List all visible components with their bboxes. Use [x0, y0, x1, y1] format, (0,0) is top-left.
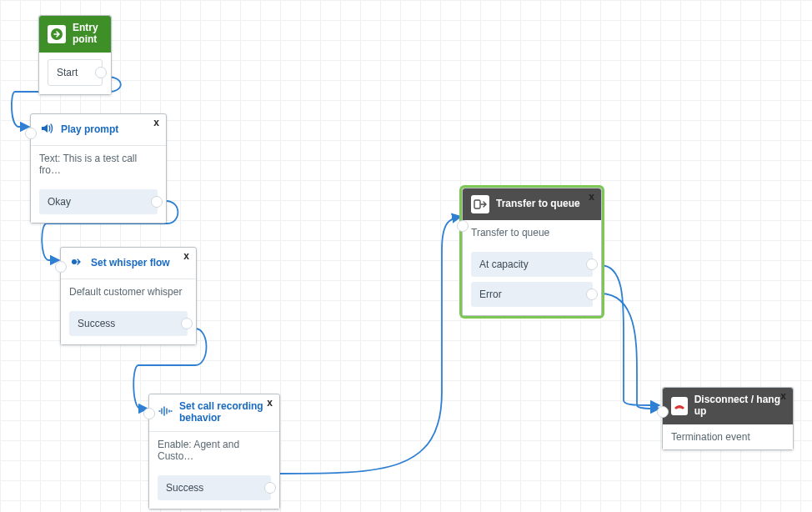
node-title: Entry point — [73, 23, 98, 46]
svg-rect-2 — [474, 200, 480, 208]
close-icon[interactable]: x — [267, 398, 273, 408]
arrow-right-circle-icon — [48, 25, 66, 43]
node-set-whisper-flow[interactable]: x Set whisper flow Default customer whis… — [60, 247, 197, 345]
output-success[interactable]: Success — [158, 475, 271, 500]
node-title: Play prompt — [61, 124, 118, 136]
node-header[interactable]: Play prompt — [31, 114, 166, 146]
node-subtitle: Enable: Agent and Custo… — [149, 432, 279, 469]
phone-hangup-icon — [671, 397, 688, 415]
close-icon[interactable]: x — [780, 391, 786, 401]
node-disconnect[interactable]: x Disconnect / hang up Termination event — [662, 387, 794, 450]
output-label: Success — [166, 482, 203, 494]
waveform-icon — [158, 404, 173, 421]
node-title: Transfer to queue — [496, 198, 580, 210]
queue-transfer-icon — [471, 195, 489, 213]
output-success[interactable]: Success — [69, 311, 188, 336]
output-label: Error — [479, 289, 502, 300]
node-entry-point[interactable]: Entry point Start — [38, 15, 112, 95]
node-title: Set whisper flow — [91, 258, 170, 269]
output-label: Success — [78, 318, 115, 329]
node-header[interactable]: Set call recording behavior — [149, 394, 279, 432]
output-okay[interactable]: Okay — [39, 189, 158, 214]
input-port[interactable] — [657, 406, 669, 418]
input-port[interactable] — [457, 220, 469, 232]
close-icon[interactable]: x — [153, 118, 159, 128]
node-subtitle: Transfer to queue — [463, 220, 601, 245]
input-port[interactable] — [143, 408, 155, 419]
output-port[interactable] — [151, 196, 163, 208]
output-label: Okay — [48, 196, 71, 208]
speaker-icon — [39, 121, 54, 138]
node-subtitle: Text: This is a test call fro… — [31, 146, 166, 183]
input-port[interactable] — [55, 261, 67, 273]
output-label: At capacity — [479, 259, 529, 270]
output-start[interactable]: Start — [48, 59, 103, 86]
node-header[interactable]: Transfer to queue — [463, 188, 601, 220]
flow-canvas[interactable]: Entry point Start x Play prompt Text: Th… — [0, 0, 812, 512]
output-at-capacity[interactable]: At capacity — [471, 252, 593, 277]
node-subtitle: Default customer whisper — [61, 279, 196, 304]
node-header[interactable]: Entry point — [39, 16, 111, 53]
output-port[interactable] — [95, 67, 107, 78]
svg-point-1 — [72, 259, 77, 264]
output-port[interactable] — [586, 259, 598, 270]
output-label: Start — [57, 67, 78, 78]
input-port[interactable] — [25, 128, 37, 139]
node-transfer-to-queue[interactable]: x Transfer to queue Transfer to queue At… — [462, 188, 602, 316]
output-port[interactable] — [264, 482, 276, 494]
close-icon[interactable]: x — [589, 192, 594, 202]
node-subtitle: Termination event — [663, 424, 793, 449]
close-icon[interactable]: x — [183, 251, 189, 261]
whisper-icon — [69, 254, 84, 272]
output-port[interactable] — [181, 318, 193, 329]
node-header[interactable]: Set whisper flow — [61, 248, 196, 279]
output-port[interactable] — [586, 289, 598, 300]
node-play-prompt[interactable]: x Play prompt Text: This is a test call … — [30, 113, 167, 223]
node-title: Disconnect / hang up — [694, 394, 784, 418]
node-title: Set call recording behavior — [179, 401, 271, 424]
node-set-call-recording[interactable]: x Set call recording behavior Enable: Ag… — [148, 394, 280, 509]
node-header[interactable]: Disconnect / hang up — [663, 388, 793, 424]
output-error[interactable]: Error — [471, 282, 593, 307]
